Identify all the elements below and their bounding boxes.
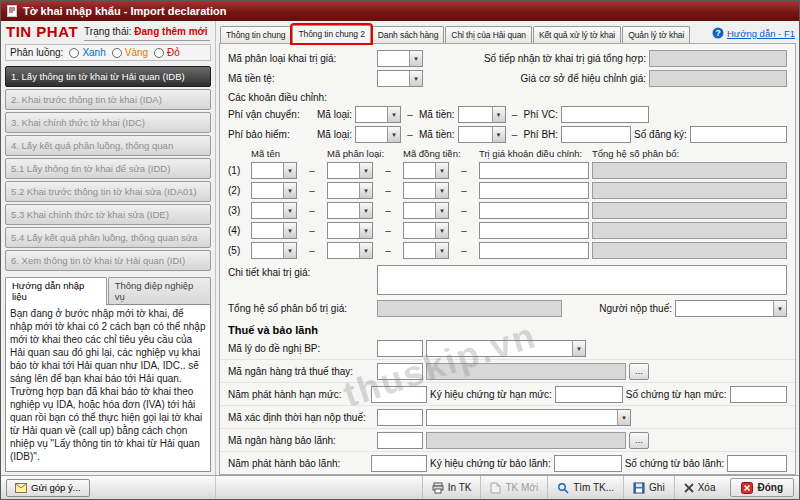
help-link[interactable]: ? Hướng dẫn - F1 — [712, 27, 795, 39]
label-gia-co-so: Giá cơ sở để hiệu chỉnh giá: — [521, 73, 646, 84]
so-dang-ky-input[interactable] — [690, 126, 787, 143]
ma-phan-loai-khai-tri-gia-combo[interactable]: ▾ — [377, 50, 423, 67]
chevron-down-icon: ▾ — [572, 341, 585, 356]
tri-gia-dieu-chinh-input[interactable] — [479, 222, 589, 239]
so-chung-tu-bao-lanh-input[interactable] — [727, 455, 787, 472]
ma-xac-dinh-thoi-han-combo[interactable]: ▾ — [426, 409, 631, 426]
gia-co-so-field — [649, 70, 787, 87]
label-ma-tien: Mã tiền: — [419, 109, 455, 120]
chevron-down-icon: ▾ — [435, 223, 448, 238]
separator-dash: – — [452, 245, 476, 256]
ma-ngan-hang-bao-lanh-input[interactable] — [377, 432, 423, 449]
tri-gia-dieu-chinh-input[interactable] — [479, 162, 589, 179]
step-button-ide: 5.3 Khai chính thức tờ khai sửa (IDE) — [5, 204, 211, 225]
ma-dong-tien-combo[interactable]: ▾ — [403, 242, 449, 259]
ma-phan-loai-combo[interactable]: ▾ — [327, 242, 373, 259]
chevron-down-icon: ▾ — [773, 301, 786, 316]
ma-dong-tien-combo[interactable]: ▾ — [403, 222, 449, 239]
tri-gia-dieu-chinh-input[interactable] — [479, 182, 589, 199]
label-ma-phan-loai: Mã phân loại khai trị giá: — [228, 53, 374, 64]
radio-vang[interactable]: Vàng — [112, 47, 148, 58]
new-document-icon — [490, 482, 501, 494]
browse-ngan-hang-bao-lanh-button[interactable]: ... — [629, 432, 649, 449]
ma-phan-loai-combo[interactable]: ▾ — [327, 162, 373, 179]
tong-he-so-phan-bo-field — [592, 182, 787, 199]
phi-bh-ma-loai-combo[interactable]: ▾ — [355, 126, 401, 143]
tab-huong-dan-nhap-lieu[interactable]: Hướng dẫn nhập liệu — [5, 277, 107, 305]
label-chi-tiet-khai-tri-gia: Chi tiết khai trị giá: — [228, 265, 374, 278]
find-tk-button[interactable]: Tìm TK... — [547, 476, 623, 499]
ky-hieu-chung-tu-han-muc-input[interactable] — [555, 386, 623, 403]
label-ma-loai: Mã loại: — [317, 129, 352, 140]
ma-phan-loai-combo[interactable]: ▾ — [327, 202, 373, 219]
row-number: (3) — [228, 205, 248, 216]
ma-xac-dinh-thoi-han-input[interactable] — [377, 409, 423, 426]
tab-danh-sach-hang[interactable]: Danh sách hàng — [372, 26, 445, 43]
label-ma-ngan-hang-bao-lanh: Mã ngân hàng bảo lãnh: — [228, 435, 374, 446]
sidebar: TIN PHAT Trạng thái: Đang thêm mới Phân … — [1, 21, 216, 475]
save-button[interactable]: Ghi — [623, 476, 674, 499]
tab-ket-qua-xu-ly-to-khai[interactable]: Kết quả xử lý tờ khai — [533, 26, 621, 43]
ma-dong-tien-combo[interactable]: ▾ — [403, 182, 449, 199]
phi-bh-ma-tien-combo[interactable]: ▾ — [458, 126, 506, 143]
ma-phan-loai-combo[interactable]: ▾ — [327, 222, 373, 239]
adjustment-table-header: Mã tên Mã phân loại: Mã đồng tiền: Trị g… — [220, 148, 795, 159]
print-tk-button[interactable]: In TK — [422, 476, 481, 499]
chevron-down-icon: ▾ — [283, 163, 296, 178]
browse-ngan-hang-button[interactable]: ... — [629, 363, 649, 380]
ma-ly-do-bp-input[interactable] — [377, 340, 423, 357]
label-ma-ngan-hang-tra-thue: Mã ngân hàng trả thuế thay: — [228, 366, 374, 377]
separator-dash: – — [376, 205, 400, 216]
tri-gia-dieu-chinh-input[interactable] — [479, 202, 589, 219]
ma-phan-loai-combo[interactable]: ▾ — [327, 182, 373, 199]
tab-thong-diep-nghiep-vu[interactable]: Thông điệp nghiệp vụ — [108, 277, 211, 304]
phi-vc-input[interactable] — [561, 106, 649, 123]
adjustment-row-5: (5) ▾ – ▾ – ▾ – — [220, 242, 795, 259]
ngan-hang-bao-lanh-row: Mã ngân hàng bảo lãnh: ... — [220, 428, 795, 451]
ma-ngan-hang-tra-thue-input[interactable] — [377, 363, 423, 380]
label-tong-he-so-phan-bo-tri-gia: Tổng hệ số phân bổ trị giá: — [228, 303, 374, 314]
separator-dash: – — [376, 225, 400, 236]
phi-vc-ma-tien-combo[interactable]: ▾ — [458, 106, 506, 123]
phi-vc-ma-loai-combo[interactable]: ▾ — [355, 106, 401, 123]
step-button-idb[interactable]: 1. Lấy thông tin tờ khai từ Hải quan (ID… — [5, 66, 211, 87]
app-logo: TIN PHAT — [6, 24, 78, 40]
nam-phat-hanh-bao-lanh-input[interactable] — [371, 455, 427, 472]
separator-dash: – — [300, 165, 324, 176]
ky-hieu-chung-tu-bao-lanh-input[interactable] — [554, 455, 622, 472]
nam-phat-hanh-han-muc-input[interactable] — [371, 386, 427, 403]
tab-chi-thi-cua-hai-quan[interactable]: Chỉ thị của Hải quan — [445, 26, 532, 43]
ma-dong-tien-combo[interactable]: ▾ — [403, 162, 449, 179]
ma-ten-combo[interactable]: ▾ — [251, 182, 297, 199]
so-chung-tu-han-muc-input[interactable] — [730, 386, 788, 403]
tab-thong-tin-chung-2[interactable]: Thông tin chung 2 — [292, 25, 370, 43]
radio-xanh[interactable]: Xanh — [69, 47, 105, 58]
ma-ten-combo[interactable]: ▾ — [251, 242, 297, 259]
tab-thong-tin-chung[interactable]: Thông tin chung — [220, 26, 291, 43]
ma-ten-combo[interactable]: ▾ — [251, 222, 297, 239]
phi-bh-input[interactable] — [561, 126, 631, 143]
separator-dash: – — [300, 185, 324, 196]
tab-quan-ly-to-khai[interactable]: Quản lý tờ khai — [622, 26, 690, 43]
ma-dong-tien-combo[interactable]: ▾ — [403, 202, 449, 219]
ma-ten-combo[interactable]: ▾ — [251, 162, 297, 179]
chevron-down-icon: ▾ — [283, 203, 296, 218]
nguoi-nop-thue-combo[interactable]: ▾ — [675, 300, 787, 317]
tong-he-so-phan-bo-tri-gia-field — [377, 300, 562, 317]
delete-icon — [684, 483, 694, 493]
ma-tien-te-combo[interactable]: ▾ — [377, 70, 423, 87]
ma-ly-do-bp-combo[interactable]: ▾ — [426, 340, 586, 357]
radio-do[interactable]: Đỏ — [154, 47, 180, 58]
footer-right: In TK TK Mới Tìm TK... Ghi Xóa Đóng — [216, 476, 799, 499]
ma-ten-combo[interactable]: ▾ — [251, 202, 297, 219]
feedback-button[interactable]: Gửi góp ý... — [6, 479, 90, 497]
col-header-ma-dong-tien: Mã đồng tiền: — [403, 148, 476, 159]
phi-van-chuyen-row: Phí vận chuyển: Mã loại: ▾ – Mã tiền: ▾ … — [220, 106, 795, 123]
chi-tiet-khai-tri-gia-textarea[interactable] — [377, 265, 787, 295]
delete-button[interactable]: Xóa — [674, 476, 725, 499]
separator-dash: – — [300, 225, 324, 236]
search-icon — [557, 482, 569, 494]
feedback-button-label: Gửi góp ý... — [31, 482, 81, 493]
close-button[interactable]: Đóng — [730, 478, 794, 497]
tri-gia-dieu-chinh-input[interactable] — [479, 242, 589, 259]
